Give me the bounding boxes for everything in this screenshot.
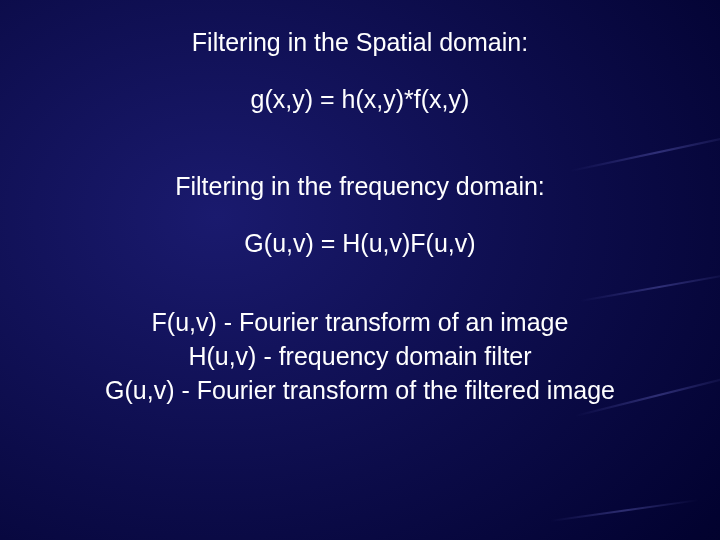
definition-line: G(u,v) - Fourier transform of the filter… (105, 374, 615, 408)
heading-frequency: Filtering in the frequency domain: (175, 172, 545, 201)
slide-content: Filtering in the Spatial domain: g(x,y) … (0, 0, 720, 540)
equation-spatial: g(x,y) = h(x,y)*f(x,y) (251, 85, 470, 114)
heading-spatial: Filtering in the Spatial domain: (192, 28, 528, 57)
definition-line: H(u,v) - frequency domain filter (105, 340, 615, 374)
definition-line: F(u,v) - Fourier transform of an image (105, 306, 615, 340)
definitions-block: F(u,v) - Fourier transform of an image H… (105, 306, 615, 407)
equation-frequency: G(u,v) = H(u,v)F(u,v) (244, 229, 475, 258)
